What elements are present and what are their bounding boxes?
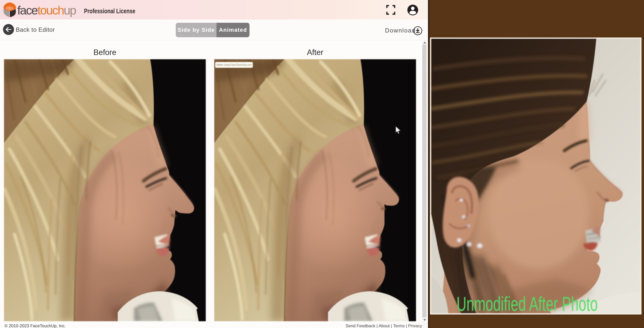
- svg-text:Made Using FaceTouchUp.com: Made Using FaceTouchUp.com: [216, 63, 252, 66]
- svg-text:Unmodified After Photo: Unmodified After Photo: [456, 293, 598, 313]
